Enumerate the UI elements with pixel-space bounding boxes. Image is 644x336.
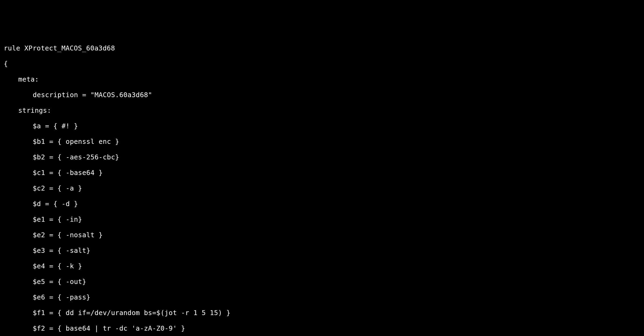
code-line-meta-keyword: meta: [4, 75, 640, 83]
code-line-string-c1: $c1 = { -base64 } [4, 169, 640, 177]
code-line-string-e4: $e4 = { -k } [4, 262, 640, 270]
code-line-string-e1: $e1 = { -in} [4, 216, 640, 223]
code-line-string-e3: $e3 = { -salt} [4, 247, 640, 254]
code-line-string-e6: $e6 = { -pass} [4, 293, 640, 301]
code-line-strings-keyword: strings: [4, 107, 640, 114]
code-line-string-b2: $b2 = { -aes-256-cbc} [4, 153, 640, 161]
code-line-string-e2: $e2 = { -nosalt } [4, 231, 640, 239]
code-line-string-f2: $f2 = { base64 | tr -dc 'a-zA-Z0-9' } [4, 324, 640, 332]
code-line-string-b1: $b1 = { openssl enc } [4, 138, 640, 145]
code-line-description: description = "MACOS.60a3d68" [4, 91, 640, 99]
code-line-string-a: $a = { #! } [4, 122, 640, 130]
code-line-rule-declaration: rule XProtect_MACOS_60a3d68 [4, 44, 640, 52]
code-line-string-d: $d = { -d } [4, 200, 640, 208]
yara-rule-code-block: rule XProtect_MACOS_60a3d68 { meta: desc… [4, 36, 640, 336]
code-line-open-brace: { [4, 60, 640, 68]
code-line-string-e5: $e5 = { -out} [4, 278, 640, 286]
code-line-string-f1: $f1 = { dd if=/dev/urandom bs=$(jot -r 1… [4, 309, 640, 317]
code-line-string-c2: $c2 = { -a } [4, 184, 640, 192]
